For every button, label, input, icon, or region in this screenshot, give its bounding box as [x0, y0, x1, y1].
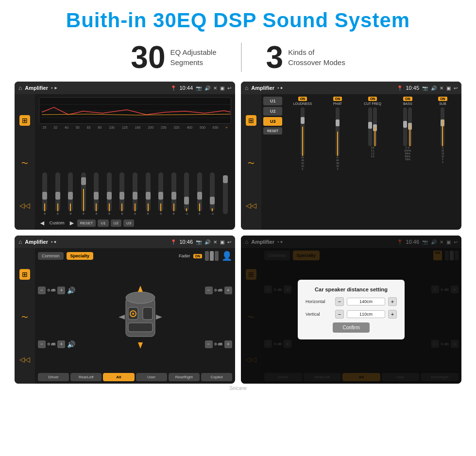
- home-icon[interactable]: ⌂: [245, 84, 248, 91]
- sub-slider[interactable]: [441, 107, 444, 146]
- eq-slider-400[interactable]: [197, 172, 202, 211]
- eq-val-400: 0: [199, 212, 200, 215]
- speaker-icon3[interactable]: ◁◁: [19, 355, 30, 363]
- eq-slider-25[interactable]: [42, 172, 47, 211]
- menu-icon: ▪ ►: [51, 85, 58, 90]
- right-rear-plus[interactable]: +: [224, 340, 232, 348]
- u3-button[interactable]: U3: [123, 220, 134, 227]
- rear-right-button[interactable]: RearRight: [169, 373, 200, 381]
- wave-icon2[interactable]: 〜: [248, 159, 255, 168]
- window-icon3[interactable]: ▣: [220, 239, 224, 245]
- window-icon2[interactable]: ▣: [446, 85, 451, 91]
- vertical-minus-button[interactable]: −: [335, 310, 344, 319]
- right-front-plus[interactable]: +: [224, 287, 232, 294]
- u2-button[interactable]: U2: [111, 220, 121, 227]
- eq-slider-100[interactable]: [119, 172, 124, 211]
- person-icon: 👤: [221, 251, 232, 261]
- eq-val-80: 0: [108, 212, 110, 215]
- loudness-slider[interactable]: [301, 107, 305, 156]
- vertical-plus-button[interactable]: +: [388, 310, 397, 319]
- bass-f-slider[interactable]: [403, 107, 407, 146]
- prev-icon[interactable]: ◄: [39, 219, 46, 227]
- specialty-content: ⊞ 〜 ◁◁ Common Specialty Fader ON: [15, 248, 235, 384]
- bass-vals: F G100Hz90Hz80Hz70Hz: [404, 146, 411, 161]
- eq-slider-500[interactable]: [210, 172, 215, 211]
- crossover-channels: ON LOUDNESS 644832160 ON PHAT: [286, 97, 459, 227]
- eq-slider-col-200: 0: [155, 172, 167, 215]
- stat-crossover-number: 3: [266, 42, 284, 73]
- eq-slider-200[interactable]: [158, 172, 163, 211]
- reset-button[interactable]: RESET: [77, 220, 96, 227]
- confirm-button[interactable]: Confirm: [333, 322, 369, 333]
- right-front-minus[interactable]: −: [205, 287, 213, 294]
- rear-left-button[interactable]: RearLeft: [70, 373, 102, 381]
- eq-val-50: 5: [83, 212, 84, 215]
- left-front-plus[interactable]: +: [57, 287, 65, 294]
- eq-graph-svg: [39, 98, 231, 123]
- all-button[interactable]: All: [103, 373, 134, 381]
- wave-icon[interactable]: 〜: [21, 159, 28, 168]
- back-icon3[interactable]: ↩: [227, 239, 231, 245]
- horizontal-plus-button[interactable]: +: [388, 297, 397, 306]
- eq-slider-63[interactable]: [94, 172, 99, 211]
- reset-preset-button[interactable]: RESET: [263, 127, 282, 135]
- eq-slider-col-250: 0: [168, 172, 180, 215]
- eq-slider-630[interactable]: [223, 175, 228, 214]
- u1-button[interactable]: U1: [98, 220, 108, 227]
- eq-slider-250[interactable]: [171, 172, 176, 211]
- eq-icon3[interactable]: ⊞: [19, 269, 30, 280]
- back-icon[interactable]: ↩: [227, 85, 231, 91]
- user-button[interactable]: User: [136, 373, 167, 381]
- stat-crossover-label: Kinds ofCrossover Modes: [288, 47, 345, 68]
- camera-icon: 📷: [196, 85, 202, 91]
- next-icon[interactable]: ►: [68, 219, 75, 227]
- watermark: Seicane: [0, 384, 476, 392]
- right-rear-minus[interactable]: −: [205, 340, 213, 348]
- u1-preset-button[interactable]: U1: [263, 97, 282, 105]
- left-rear-plus[interactable]: +: [57, 340, 65, 348]
- u2-preset-button[interactable]: U2: [263, 107, 282, 116]
- dialog-heading: Car speaker distance setting: [306, 287, 397, 292]
- bass-g-slider[interactable]: [408, 107, 412, 146]
- eq-slider-160[interactable]: [146, 172, 151, 211]
- eq-slider-50[interactable]: [81, 172, 86, 211]
- dialog-overlay: Car speaker distance setting Horizontal …: [241, 236, 461, 384]
- eq-slider-80[interactable]: [107, 172, 112, 211]
- eq-slider-125[interactable]: [133, 172, 137, 211]
- home-icon[interactable]: ⌂: [18, 84, 22, 91]
- wave-icon3[interactable]: 〜: [21, 313, 28, 322]
- cutfreq-slider1[interactable]: [368, 107, 372, 146]
- close-icon3[interactable]: ✕: [213, 239, 217, 245]
- eq-icon[interactable]: ⊞: [19, 115, 30, 126]
- phat-vals: G6448320: [336, 156, 339, 170]
- phat-g-slider[interactable]: [336, 107, 340, 156]
- left-front-row: − 0 dB + 🔊: [38, 287, 75, 294]
- svg-point-9: [132, 313, 134, 315]
- eq-icon2[interactable]: ⊞: [246, 115, 256, 126]
- loudness-on: ON: [298, 97, 307, 101]
- specialty-tab[interactable]: Specialty: [67, 252, 94, 260]
- horizontal-minus-button[interactable]: −: [335, 297, 344, 306]
- driver-button[interactable]: Driver: [38, 373, 69, 381]
- window-icon[interactable]: ▣: [220, 85, 224, 91]
- copilot-button[interactable]: Copilot: [201, 373, 232, 381]
- eq-slider-320[interactable]: [184, 172, 189, 211]
- left-rear-minus[interactable]: −: [38, 340, 46, 348]
- speaker-icon[interactable]: ◁◁: [19, 202, 30, 209]
- eq-slider-40[interactable]: [68, 172, 73, 211]
- menu-icon2: ▪ ●: [277, 85, 283, 90]
- fader-mini3: [215, 251, 219, 261]
- eq-main-area: 2532405063 80100125160200 25032040050063…: [35, 94, 235, 230]
- home-icon3[interactable]: ⌂: [18, 238, 22, 245]
- close-icon[interactable]: ✕: [213, 85, 217, 91]
- common-tab[interactable]: Common: [38, 252, 64, 260]
- u3-preset-button[interactable]: U3: [263, 117, 282, 126]
- vertical-label: Vertical: [306, 312, 332, 317]
- back-icon2[interactable]: ↩: [454, 85, 458, 91]
- close-icon2[interactable]: ✕: [440, 85, 443, 91]
- speaker-icon2[interactable]: ◁◁: [246, 202, 256, 209]
- cutfreq-slider2[interactable]: [373, 107, 377, 146]
- stat-eq-number: 30: [131, 42, 165, 73]
- eq-slider-32[interactable]: [55, 172, 60, 211]
- left-front-minus[interactable]: −: [38, 287, 46, 294]
